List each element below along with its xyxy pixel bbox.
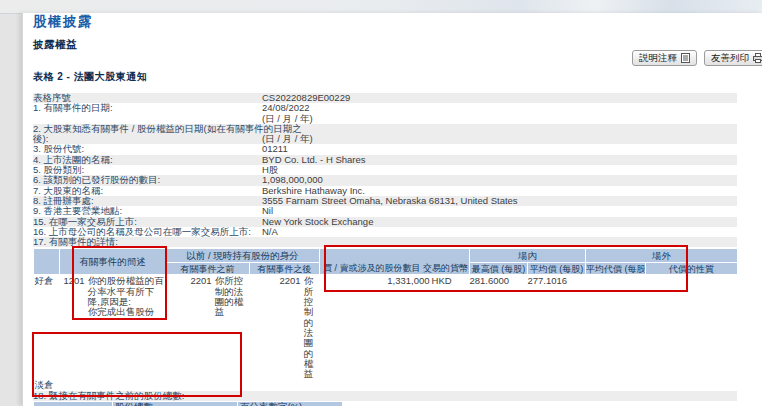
event-code: 1201	[64, 276, 88, 317]
avg-consideration-header: 平均代價 (每股)	[586, 263, 646, 275]
total-shares-header: 股份總數	[113, 402, 238, 406]
page-title: 股權披露	[33, 13, 93, 31]
consideration-nature-header: 代價的性質	[646, 263, 738, 275]
off-exchange-header: 場外	[586, 249, 738, 263]
capacity-text: 你所控制的法團的權益	[304, 276, 320, 379]
field-value: H股	[262, 165, 737, 175]
form-row: 9. 香港主要營業地點: Nil	[33, 206, 737, 216]
position-label: 好倉	[34, 275, 60, 379]
avg-consideration-value	[586, 275, 646, 379]
field-value: 24/08/2022 (日 / 月 / 年)	[262, 103, 737, 124]
form-row: 2. 大股東知悉有關事件 / 股份權益的日期(如在有關事件的日期之 後): (日…	[33, 124, 737, 145]
capacity-header: 以前 / 現時持有股份的身分	[166, 249, 320, 263]
field-value: CS20220829E00229	[262, 93, 737, 103]
field-value-note: (日 / 月 / 年)	[262, 114, 737, 124]
form-row: 8. 註冊辦事處: 3555 Farnam Street Omaha, Nebr…	[33, 196, 737, 206]
capacity-code: 2201	[280, 276, 304, 379]
event-brief-header: 有關事件的簡述	[60, 249, 166, 275]
currency-value: HKD	[432, 275, 470, 379]
field-value: (日 / 月 / 年)	[262, 124, 737, 145]
capacity-text: 你所控制的法團的權益	[215, 276, 250, 317]
blank-header	[34, 402, 113, 406]
long-position-row: 好倉 1201 你的股份權益的百分率水平有所下降,原因是:你完成出售股份 220…	[34, 275, 738, 379]
form-row: 6. 該類別的已發行股份的數目: 1,098,000,000	[33, 175, 737, 185]
shares-before-table: 股份總數 百分率數字(%) 好倉 220,050,000 20.04	[33, 401, 343, 406]
shares-header: 買 / 賣或涉及的股份數目	[323, 263, 421, 273]
form-heading: 表格 2 - 法團大股東通知	[33, 70, 147, 84]
field-value: 3555 Farnam Street Omaha, Nebraska 68131…	[262, 196, 737, 206]
form-content: 表格序號 CS20220829E00229 1. 有關事件的日期: 24/08/…	[33, 93, 737, 406]
position-col-header	[34, 249, 60, 275]
section17-label: 17. 有關事件的詳情:	[33, 237, 262, 247]
notes-button[interactable]: 説明注釋	[632, 50, 697, 66]
shares-involved-value: 1,331,000	[320, 275, 432, 379]
print-button[interactable]: 友善列印	[704, 50, 762, 66]
percentage-header: 百分率數字(%)	[238, 402, 343, 406]
toolbar: 説明注釋 友善列印	[632, 50, 762, 66]
highest-price-value: 281.6000	[470, 275, 528, 379]
capacity-code: 2201	[191, 276, 215, 317]
shares-currency-header: 買 / 賣或涉及的股份數目 交易的貨幣	[320, 249, 470, 275]
event-details-table: 有關事件的簡述 以前 / 現時持有股份的身分 買 / 賣或涉及的股份數目 交易的…	[33, 248, 738, 390]
form-row: 3. 股份代號: 01211	[33, 144, 737, 154]
form-row: 4. 上市法團的名稱: BYD Co. Ltd. - H Shares	[33, 155, 737, 165]
field-value-note: (日 / 月 / 年)	[262, 134, 737, 144]
notes-button-label: 説明注釋	[639, 52, 677, 65]
highest-price-header: 最高價 (每股)	[470, 263, 528, 275]
capacity-before-header: 有關事件之前	[166, 263, 250, 275]
field-label-line1: 2. 大股東知悉有關事件 / 股份權益的日期(如在有關事件的日期之	[33, 124, 262, 134]
event-description: 你的股份權益的百分率水平有所下降,原因是:你完成出售股份	[88, 276, 166, 317]
field-label: 2. 大股東知悉有關事件 / 股份權益的日期(如在有關事件的日期之 後):	[33, 124, 262, 145]
field-label: 1. 有關事件的日期:	[33, 103, 262, 124]
form-row: 16. 上市母公司的名稱及母公司在哪一家交易所上市: N/A	[33, 227, 737, 237]
section18-label: 18. 緊接在有關事件之前的股份總數:	[33, 391, 737, 401]
print-icon	[753, 53, 762, 63]
avg-price-value: 277.1016	[528, 275, 586, 379]
on-exchange-header: 場內	[470, 249, 586, 263]
field-value-text: 24/08/2022	[262, 103, 737, 113]
field-value: New York Stock Exchange	[262, 217, 737, 227]
field-value: N/A	[262, 227, 737, 237]
field-value: BYD Co. Ltd. - H Shares	[262, 155, 737, 165]
form-row: 表格序號 CS20220829E00229	[33, 93, 737, 103]
event-brief-cell: 1201 你的股份權益的百分率水平有所下降,原因是:你完成出售股份	[60, 275, 166, 379]
consideration-nature-value	[646, 275, 738, 379]
notes-icon	[681, 53, 690, 63]
form-row: 1. 有關事件的日期: 24/08/2022 (日 / 月 / 年)	[33, 103, 737, 124]
capacity-before-cell: 2201 你所控制的法團的權益	[166, 275, 250, 379]
print-button-label: 友善列印	[711, 52, 749, 65]
page-subtitle: 披露權益	[33, 38, 77, 52]
currency-header: 交易的貨幣	[423, 263, 468, 273]
form-row: 17. 有關事件的詳情:	[33, 237, 737, 247]
avg-price-header: 平均價 (每股)	[528, 263, 586, 275]
top-banner	[0, 0, 762, 14]
capacity-after-header: 有關事件之後	[250, 263, 320, 275]
capacity-after-cell: 2201 你所控制的法團的權益	[250, 275, 320, 379]
